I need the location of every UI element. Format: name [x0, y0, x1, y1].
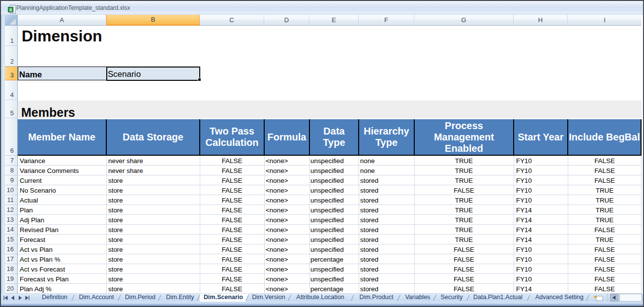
- svg-text:X: X: [9, 7, 12, 12]
